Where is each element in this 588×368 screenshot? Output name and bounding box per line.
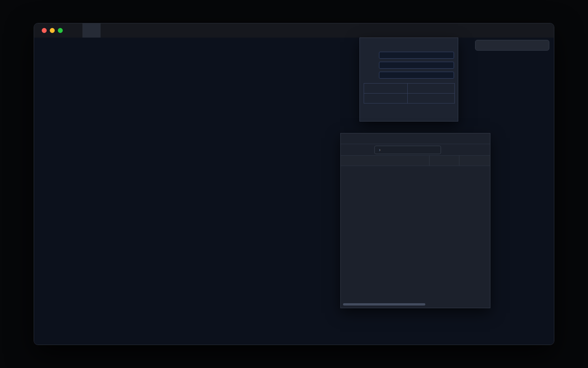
path-breadcrumb[interactable]: ›	[374, 146, 441, 154]
close-sftp-icon[interactable]	[480, 135, 487, 142]
back-icon[interactable]	[345, 146, 351, 153]
system-info-panel	[359, 38, 458, 122]
htop-screen-tabs	[37, 56, 544, 64]
refresh-icon[interactable]	[479, 146, 485, 153]
titlebar	[34, 23, 554, 38]
tab-termora[interactable]	[69, 23, 83, 38]
system-info-title-bar	[360, 38, 458, 49]
new-tab-button[interactable]	[101, 23, 114, 38]
sftp-panel: ›	[340, 133, 490, 308]
show-hidden-icon[interactable]	[469, 146, 475, 153]
fs-header-name	[364, 84, 408, 94]
fs-name-cell	[364, 94, 408, 104]
column-type[interactable]	[430, 156, 459, 166]
memory-usage-bar	[379, 62, 454, 69]
close-window-button[interactable]	[42, 28, 47, 33]
file-table-header	[341, 156, 490, 166]
close-panel-icon[interactable]	[448, 40, 454, 47]
scrollbar-thumb[interactable]	[343, 303, 425, 306]
swap-usage-bar	[379, 72, 454, 79]
cpu-usage-row	[360, 52, 458, 59]
htop-meters	[37, 38, 544, 48]
fs-row[interactable]	[364, 94, 455, 104]
bookmark-icon[interactable]	[444, 146, 451, 153]
bookmark-dropdown-icon[interactable]	[451, 146, 455, 153]
minimize-window-button[interactable]	[50, 28, 55, 33]
memory-usage-row	[360, 62, 458, 69]
fs-usage-cell	[408, 94, 455, 104]
sftp-toolbar: ›	[341, 144, 490, 156]
tab-bar	[69, 23, 114, 38]
fs-header-usage	[408, 84, 455, 94]
column-filename[interactable]	[341, 156, 430, 166]
download-icon[interactable]	[344, 135, 351, 142]
home-icon[interactable]	[354, 146, 361, 153]
terminal-quick-toolbar	[475, 40, 549, 51]
open-in-window-icon[interactable]	[469, 135, 476, 142]
window-controls	[34, 23, 69, 38]
open-in-window-icon[interactable]	[437, 40, 444, 47]
breadcrumb-separator: ›	[379, 147, 381, 153]
help-icon[interactable]	[458, 135, 465, 142]
file-list	[341, 166, 490, 302]
sftp-title-bar	[341, 133, 490, 144]
parent-directory-icon[interactable]	[459, 146, 465, 153]
tab-session[interactable]	[83, 23, 101, 38]
zoom-window-button[interactable]	[58, 28, 63, 33]
horizontal-scrollbar[interactable]	[342, 302, 488, 306]
titlebar-toolbar	[548, 23, 554, 38]
column-size[interactable]	[459, 156, 490, 166]
swap-usage-row	[360, 72, 458, 79]
function-key-bar	[37, 330, 544, 338]
filesystem-table	[364, 83, 455, 104]
cpu-usage-bar	[379, 52, 454, 59]
forward-icon[interactable]	[364, 146, 371, 153]
app-window: ›	[34, 23, 554, 345]
